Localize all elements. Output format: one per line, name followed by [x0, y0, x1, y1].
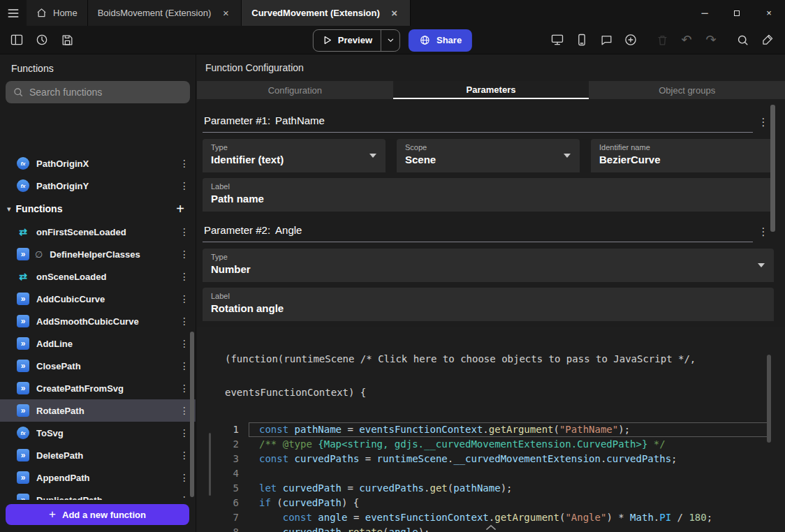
close-tab-icon[interactable]: × [220, 7, 231, 19]
scope-select[interactable]: Scope Scene [397, 139, 580, 172]
list-item[interactable]: ⇄ onSceneLoaded ⋮ [0, 265, 196, 288]
parameter-1-header: Parameter #1: PathName ⋮ [203, 110, 774, 133]
preview-button-main[interactable]: Preview [314, 35, 381, 45]
search-icon[interactable] [733, 30, 752, 50]
list-item[interactable]: fx PathOriginX ⋮ [0, 156, 196, 175]
tab-object-groups[interactable]: Object groups [589, 81, 785, 99]
maximize-button[interactable] [721, 0, 753, 26]
code-line[interactable]: 1const pathName = eventsFunctionContext.… [197, 422, 785, 437]
token: pathName [295, 424, 342, 435]
item-menu-icon[interactable]: ⋮ [177, 293, 191, 304]
item-menu-icon[interactable]: ⋮ [177, 316, 191, 327]
undo-icon[interactable]: ↶ [677, 30, 696, 50]
token: . [489, 512, 494, 523]
save-icon[interactable] [57, 30, 77, 50]
type-select[interactable]: Type Number [203, 249, 774, 282]
code-line[interactable]: 5let curvedPath = curvedPaths.get(pathNa… [197, 481, 785, 496]
token: ) * [606, 512, 630, 523]
share-button[interactable]: Share [409, 29, 472, 52]
item-menu-icon[interactable]: ⋮ [177, 383, 191, 394]
type-select[interactable]: Type Identifier (text) [203, 139, 386, 172]
label-field[interactable]: Label Rotation angle [203, 288, 774, 321]
item-menu-icon[interactable]: ⋮ [177, 158, 191, 169]
list-item[interactable]: » AddCubicCurve ⋮ [0, 288, 196, 310]
item-menu-icon[interactable]: ⋮ [177, 494, 191, 500]
identifier-name-field[interactable]: Identifier name BezierCurve [591, 139, 774, 172]
list-item[interactable]: » ClosePath ⋮ [0, 355, 196, 377]
list-item[interactable]: fx ToSvg ⋮ [0, 422, 196, 444]
code-line[interactable]: 3const curvedPaths = runtimeScene.__curv… [197, 452, 785, 466]
item-menu-icon[interactable]: ⋮ [177, 249, 191, 260]
list-item[interactable]: » AddLine ⋮ [0, 332, 196, 355]
item-menu-icon[interactable]: ⋮ [177, 427, 191, 438]
preview-button[interactable]: Preview [313, 29, 400, 52]
item-menu-icon[interactable]: ⋮ [177, 271, 191, 282]
code-line[interactable]: 6if (curvedPath) { [197, 496, 785, 510]
list-item-selected[interactable]: » RotatePath ⋮ [0, 399, 196, 422]
function-name: DuplicatedPath [36, 495, 170, 501]
label-field[interactable]: Label Path name [203, 178, 774, 212]
close-tab-icon[interactable]: × [389, 7, 400, 19]
sidebar-scrollbar[interactable] [190, 332, 194, 497]
functions-section-header[interactable]: ▾ Functions + [0, 197, 196, 221]
token: "PathName" [559, 424, 618, 435]
code-line[interactable]: 7 const angle = eventsFunctionContext.ge… [197, 510, 785, 525]
item-menu-icon[interactable]: ⋮ [177, 338, 191, 349]
search-functions-box[interactable] [6, 81, 190, 103]
tab-curvedmovement[interactable]: CurvedMovement (Extension) × [242, 0, 410, 26]
parameter-name-field[interactable]: Parameter #2: Angle [203, 220, 753, 242]
token: getArgument [489, 424, 554, 435]
preview-options-button[interactable] [381, 36, 399, 44]
collapse-editor-button[interactable] [485, 524, 497, 531]
item-menu-icon[interactable]: ⋮ [177, 405, 191, 416]
export-game-icon[interactable] [548, 30, 567, 50]
history-icon[interactable] [32, 30, 52, 50]
tab-boidsmovement[interactable]: BoidsMovement (Extension) × [88, 0, 242, 26]
add-element-icon[interactable] [621, 30, 640, 50]
mobile-preview-icon[interactable] [572, 30, 592, 50]
item-menu-icon[interactable]: ⋮ [177, 472, 191, 483]
hamburger-menu-icon[interactable] [0, 0, 27, 26]
tab-home[interactable]: Home [27, 0, 88, 26]
list-item[interactable]: fx PathOriginY ⋮ [0, 175, 196, 197]
search-input[interactable] [29, 87, 183, 98]
item-menu-icon[interactable]: ⋮ [177, 360, 191, 371]
code-editor-body[interactable]: 1const pathName = eventsFunctionContext.… [197, 422, 785, 532]
parameter-2-header: Parameter #2: Angle ⋮ [203, 220, 774, 242]
list-item[interactable]: » DeletePath ⋮ [0, 444, 196, 466]
wrapper-line: eventsFunctionContext) { [225, 387, 785, 398]
list-item[interactable]: ⇄ onFirstSceneLoaded ⋮ [0, 221, 196, 243]
list-item[interactable]: » AppendPath ⋮ [0, 466, 196, 489]
list-item[interactable]: » ∅ DefineHelperClasses ⋮ [0, 243, 196, 265]
maximize-icon [733, 9, 741, 17]
code-line[interactable]: 2/** @type {Map<string, gdjs.__curvedMov… [197, 437, 785, 452]
delete-icon[interactable] [652, 30, 672, 50]
titlebar: Home BoidsMovement (Extension) × CurvedM… [0, 0, 785, 26]
item-menu-icon[interactable]: ⋮ [177, 180, 191, 191]
token [259, 526, 283, 532]
code-wrapper-header: (function(runtimeScene /* Click here to … [197, 327, 785, 420]
add-new-function-button[interactable]: + Add a new function [6, 504, 189, 525]
token: const [259, 424, 288, 435]
parameter-name-field[interactable]: Parameter #1: PathName [203, 110, 753, 133]
redo-icon[interactable]: ↷ [701, 30, 721, 50]
code-line[interactable]: 4 [197, 466, 785, 481]
item-menu-icon[interactable]: ⋮ [177, 226, 191, 237]
item-menu-icon[interactable]: ⋮ [177, 450, 191, 461]
editor-scrollbar[interactable] [767, 355, 771, 443]
list-item[interactable]: » CreatePathFromSvg ⋮ [0, 377, 196, 399]
tab-configuration[interactable]: Configuration [197, 81, 393, 99]
theme-icon[interactable] [757, 30, 777, 50]
project-manager-icon[interactable] [7, 30, 27, 50]
add-function-icon[interactable]: + [176, 201, 184, 217]
tab-parameters[interactable]: Parameters [393, 81, 589, 99]
parameters-scrollbar[interactable] [770, 105, 775, 232]
close-window-button[interactable]: × [753, 0, 785, 26]
code-text: let curvedPath = curvedPaths.get(pathNam… [249, 481, 785, 496]
pane-resize-handle[interactable] [209, 433, 211, 496]
toolbar-center-group: Preview Share [313, 26, 472, 54]
list-item[interactable]: » DuplicatedPath ⋮ [0, 489, 196, 500]
minimize-button[interactable]: ─ [689, 0, 721, 26]
list-item[interactable]: » AddSmoothCubicCurve ⋮ [0, 310, 196, 332]
feedback-icon[interactable] [596, 30, 616, 50]
